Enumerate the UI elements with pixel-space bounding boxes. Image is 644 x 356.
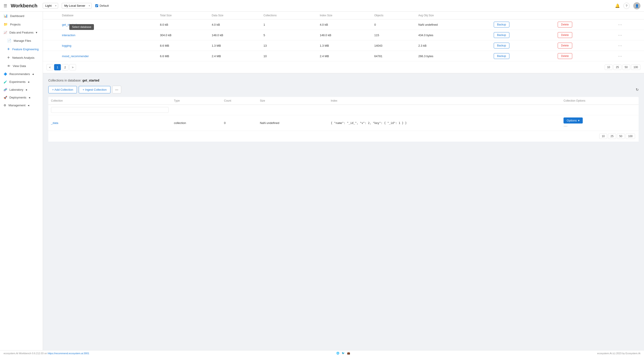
coll-col-size: Size xyxy=(257,97,328,105)
col-backup-action xyxy=(491,12,555,19)
page-size-10[interactable]: 10 xyxy=(605,65,612,70)
main-layout: 📊 Dashboard 📁 Projects 📈 Data and Featur… xyxy=(0,12,644,350)
backup-button[interactable]: Backup xyxy=(494,43,510,48)
sidebar-item-management[interactable]: ⚙ Management ◂ xyxy=(0,101,43,109)
recommenders-icon: 🔷 xyxy=(4,72,7,76)
collection-table: Collection Type Count Size Index Collect… xyxy=(48,97,639,131)
delete-button[interactable]: Delete xyxy=(558,43,572,48)
feature-engineering-icon: ✈ xyxy=(7,47,10,51)
coll-page-size-10[interactable]: 10 xyxy=(599,134,607,139)
app-header: ☰ Workbench Light Dark ▾ My Local Server… xyxy=(0,0,644,12)
laboratory-arrow: ◂ xyxy=(26,88,27,91)
header-right: 🔔 ? 👤 xyxy=(615,2,640,9)
sidebar-item-projects[interactable]: 📁 Projects xyxy=(0,20,43,29)
sidebar-item-laboratory[interactable]: 🧬 Laboratory ◂ xyxy=(0,86,43,94)
col-data-size: Data Size xyxy=(209,12,261,19)
experiments-icon: 🧪 xyxy=(4,80,7,84)
more-options-button[interactable]: ⋯ xyxy=(618,22,622,27)
sidebar-item-network-analysis[interactable]: ✈ Network Analysis xyxy=(0,53,43,62)
social-icon-3: 💼 xyxy=(347,352,350,355)
ingest-collection-button[interactable]: + Ingest Collection xyxy=(79,86,110,93)
options-arrow: ▾ xyxy=(578,119,580,122)
col-collections: Collections xyxy=(261,12,317,19)
menu-icon[interactable]: ☰ xyxy=(4,3,7,8)
sidebar-label-view-data: View Data xyxy=(13,64,39,68)
default-checkbox[interactable] xyxy=(95,4,98,7)
coll-filter-cell xyxy=(48,105,171,115)
next-page-button[interactable]: > xyxy=(69,64,76,70)
more-options-button[interactable]: ⋯ xyxy=(618,54,622,58)
main-content: Select database Database Total Size Data… xyxy=(43,12,644,350)
collection-name-link[interactable]: _data xyxy=(51,121,58,125)
coll-more-options-button[interactable]: ⋯ xyxy=(564,124,568,128)
coll-col-count: Count xyxy=(222,97,257,105)
page-size-100[interactable]: 100 xyxy=(631,65,640,70)
default-label: Default xyxy=(100,4,109,7)
more-options-button[interactable]: ⋯ xyxy=(618,43,622,48)
theme-selector[interactable]: Light Dark ▾ xyxy=(43,3,58,8)
collection-filter-input[interactable] xyxy=(51,107,168,113)
network-analysis-icon: ✈ xyxy=(7,56,10,60)
minus-button[interactable]: — xyxy=(112,86,121,93)
management-icon: ⚙ xyxy=(4,104,6,107)
server-select[interactable]: My Local Server xyxy=(62,3,92,8)
sidebar-item-view-data[interactable]: 👁 View Data xyxy=(0,62,43,70)
collections-header: Collections in database: get_started + A… xyxy=(43,73,644,93)
server-selector[interactable]: My Local Server ▾ xyxy=(62,3,92,8)
delete-button[interactable]: Delete xyxy=(558,53,572,59)
coll-pagination-row: 10 25 50 100 xyxy=(48,131,639,142)
page-2-button[interactable]: 2 xyxy=(62,64,68,70)
sidebar-item-recommenders[interactable]: 🔷 Recommenders ◂ xyxy=(0,70,43,78)
backup-button[interactable]: Backup xyxy=(494,53,510,59)
coll-page-size-50[interactable]: 50 xyxy=(617,134,625,139)
experiments-arrow: ◂ xyxy=(28,80,29,84)
coll-col-index: Index xyxy=(328,97,561,105)
social-icon-1: 🌐 xyxy=(336,352,340,355)
db-pagination-buttons: < 1 2 > xyxy=(46,64,76,70)
coll-col-collection: Collection xyxy=(48,97,171,105)
sidebar-item-deployments[interactable]: 🚀 Deployments ◂ xyxy=(0,94,43,101)
app-title: Workbench xyxy=(11,3,37,9)
management-arrow: ◂ xyxy=(28,104,29,107)
page-size-50[interactable]: 50 xyxy=(622,65,630,70)
collections-title: Collections in database: get_started xyxy=(48,79,99,82)
sidebar-item-feature-engineering[interactable]: ✈ Feature Engineering xyxy=(0,45,43,53)
coll-page-size-100[interactable]: 100 xyxy=(626,134,635,139)
sidebar-item-data-and-features[interactable]: 📈 Data and Features ▾ xyxy=(0,29,43,36)
footer-server-link[interactable]: https://recommend.ecosystem.ai:3001 xyxy=(48,352,89,355)
coll-page-size-buttons: 10 25 50 100 xyxy=(599,134,635,139)
database-table: Database Total Size Data Size Collection… xyxy=(43,12,644,61)
sidebar-item-dashboard[interactable]: 📊 Dashboard xyxy=(0,12,43,20)
options-button[interactable]: Options ▾ xyxy=(564,118,583,124)
db-name-link[interactable]: interaction xyxy=(62,33,75,37)
default-checkbox-row: Default xyxy=(95,4,109,7)
backup-button[interactable]: Backup xyxy=(494,22,510,27)
add-collection-button[interactable]: + Add Collection xyxy=(48,86,77,93)
col-index-size: Index Size xyxy=(317,12,372,19)
notification-button[interactable]: 🔔 xyxy=(615,3,620,8)
coll-table-row: _data collection 0 NaN undefined { "name… xyxy=(48,115,639,131)
col-total-size: Total Size xyxy=(157,12,209,19)
sidebar-label-deployments: Deployments xyxy=(10,96,26,99)
page-1-button[interactable]: 1 xyxy=(54,64,61,70)
avatar[interactable]: 👤 xyxy=(633,2,640,9)
refresh-button[interactable]: ↻ xyxy=(636,88,639,92)
collections-db-name: get_started xyxy=(82,79,99,82)
backup-button[interactable]: Backup xyxy=(494,32,510,38)
coll-page-size-25[interactable]: 25 xyxy=(608,134,616,139)
theme-select[interactable]: Light Dark xyxy=(43,3,58,8)
delete-button[interactable]: Delete xyxy=(558,22,572,27)
sidebar-item-manage-files[interactable]: 📄 Manage Files xyxy=(0,36,43,45)
more-options-button[interactable]: ⋯ xyxy=(618,33,622,37)
page-size-25[interactable]: 25 xyxy=(613,65,621,70)
sidebar-item-experiments[interactable]: 🧪 Experiments ◂ xyxy=(0,78,43,86)
prev-page-button[interactable]: < xyxy=(46,64,53,70)
dashboard-icon: 📊 xyxy=(4,14,8,18)
sidebar: 📊 Dashboard 📁 Projects 📈 Data and Featur… xyxy=(0,12,43,350)
db-pagination-row: < 1 2 > 10 25 50 100 xyxy=(43,61,644,73)
delete-button[interactable]: Delete xyxy=(558,32,572,38)
sidebar-label-manage-files: Manage Files xyxy=(14,39,39,42)
db-name-link[interactable]: logging xyxy=(62,44,71,47)
db-name-link[interactable]: mood_recommender xyxy=(62,54,89,58)
help-button[interactable]: ? xyxy=(624,3,630,9)
